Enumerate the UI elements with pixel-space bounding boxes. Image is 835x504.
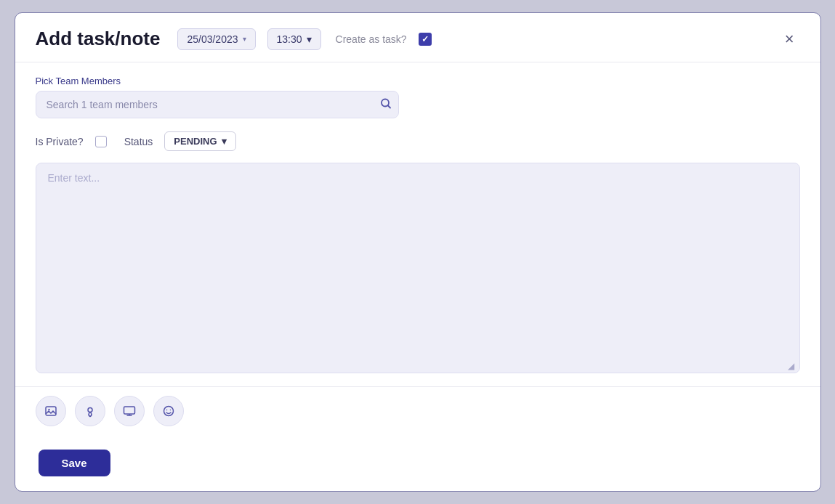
svg-point-3	[48, 409, 49, 410]
add-task-modal: Add task/note 25/03/2023 ▾ 13:30 ▾ Creat…	[15, 12, 821, 492]
task-text-area[interactable]	[48, 172, 788, 364]
modal-header: Add task/note 25/03/2023 ▾ 13:30 ▾ Creat…	[15, 13, 820, 62]
time-value: 13:30	[277, 33, 302, 45]
date-picker-button[interactable]: 25/03/2023 ▾	[177, 28, 255, 50]
save-button[interactable]: Save	[39, 450, 110, 476]
search-input[interactable]	[36, 91, 399, 118]
options-row: Is Private? Status PENDING ▾	[36, 131, 800, 151]
svg-point-8	[164, 407, 173, 416]
svg-point-10	[169, 410, 171, 411]
image-icon-button[interactable]	[36, 396, 66, 426]
is-private-label: Is Private?	[36, 136, 84, 147]
text-area-wrapper: ◢	[36, 163, 800, 373]
search-icon	[380, 98, 392, 110]
screen-icon-button[interactable]	[114, 396, 145, 426]
team-section-label: Pick Team Members	[36, 76, 800, 86]
resize-handle-icon: ◢	[788, 361, 796, 370]
svg-line-1	[387, 105, 390, 108]
footer-save-area: Save	[15, 438, 820, 491]
close-button[interactable]: ×	[779, 28, 800, 50]
modal-title: Add task/note	[36, 28, 161, 50]
create-as-task-checkbox[interactable]	[419, 33, 432, 46]
svg-point-9	[166, 410, 167, 411]
pin-icon-button[interactable]	[75, 396, 105, 426]
time-picker-button[interactable]: 13:30 ▾	[267, 28, 321, 50]
search-input-wrapper	[36, 91, 399, 118]
is-private-checkbox[interactable]	[95, 136, 107, 147]
create-as-task-label: Create as task?	[336, 33, 407, 45]
status-label: Status	[124, 136, 153, 147]
team-section: Pick Team Members	[36, 76, 800, 118]
screen-icon	[123, 405, 136, 418]
svg-rect-5	[124, 407, 134, 414]
status-dropdown[interactable]: PENDING ▾	[164, 131, 235, 151]
image-icon	[44, 405, 57, 418]
svg-rect-2	[46, 407, 56, 415]
pin-icon	[84, 405, 97, 418]
emoji-icon	[162, 405, 175, 418]
status-chevron-icon: ▾	[222, 136, 227, 147]
modal-body: Pick Team Members Is Private? Status	[15, 62, 820, 386]
emoji-icon-button[interactable]	[153, 396, 184, 426]
date-chevron-icon: ▾	[243, 35, 246, 43]
status-value: PENDING	[174, 136, 217, 147]
search-icon-button[interactable]	[380, 98, 392, 112]
modal-footer-icons	[15, 386, 820, 438]
time-chevron-icon: ▾	[307, 33, 312, 45]
date-value: 25/03/2023	[187, 33, 238, 45]
